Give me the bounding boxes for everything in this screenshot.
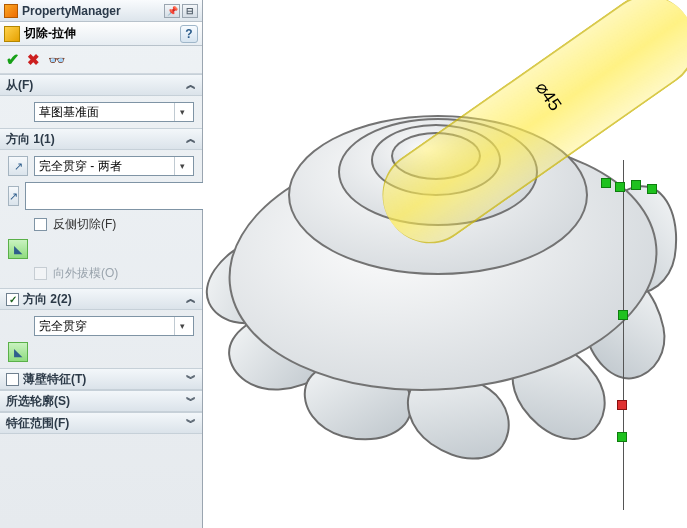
draft-outward-label: 向外拔模(O): [53, 265, 118, 282]
chevron-down-icon: ▾: [174, 157, 189, 175]
section-header-dir2[interactable]: ✓ 方向 2(2) ︽: [0, 288, 202, 310]
drag-handle[interactable]: [617, 432, 627, 442]
section-title-scope: 特征范围(F): [6, 415, 69, 432]
start-condition-value: 草图基准面: [39, 104, 99, 121]
action-row: ✔ ✖ 👓: [0, 46, 202, 74]
section-body-dir2: 完全贯穿 ▾ ◣: [0, 310, 202, 368]
thin-enable-checkbox[interactable]: ✓: [6, 373, 19, 386]
split-button[interactable]: ⊟: [182, 4, 198, 18]
drag-handle[interactable]: [618, 310, 628, 320]
panel-title: PropertyManager: [22, 4, 121, 18]
reverse-direction-button[interactable]: ↗: [8, 156, 28, 176]
draft-outward-row: 向外拔模(O): [8, 265, 194, 282]
cancel-button[interactable]: ✖: [27, 51, 40, 69]
help-button[interactable]: ?: [180, 25, 198, 43]
property-manager-panel: PropertyManager 📌 ⊟ 切除-拉伸 ? ✔ ✖ 👓 从(F) ︽: [0, 0, 203, 528]
chevron-down-icon: ▾: [174, 103, 189, 121]
section-title-from: 从(F): [6, 77, 33, 94]
section-title-dir2: 方向 2(2): [23, 291, 72, 308]
dir1-depth-input[interactable]: [25, 182, 204, 210]
dir2-draft-button[interactable]: ◣: [8, 342, 28, 362]
section-title-contours: 所选轮廓(S): [6, 393, 70, 410]
chevron-up-icon: ︽: [186, 132, 196, 146]
section-body-dir1: ↗ 完全贯穿 - 两者 ▾ ↗ 反侧切除(F) ◣ 向外拔模(O): [0, 150, 202, 288]
section-header-thin[interactable]: ✓ 薄壁特征(T) ︾: [0, 368, 202, 390]
section-title-thin: 薄壁特征(T): [23, 371, 86, 388]
section-header-from[interactable]: 从(F) ︽: [0, 74, 202, 96]
chevron-down-icon: ▾: [174, 317, 189, 335]
flip-side-label: 反侧切除(F): [53, 216, 116, 233]
feature-name: 切除-拉伸: [24, 25, 180, 42]
dir2-end-condition-dropdown[interactable]: 完全贯穿 ▾: [34, 316, 194, 336]
drag-handle[interactable]: [647, 184, 657, 194]
feature-header: 切除-拉伸 ?: [0, 22, 202, 46]
chevron-down-icon: ︾: [186, 372, 196, 386]
drag-handle[interactable]: [601, 178, 611, 188]
flip-side-checkbox[interactable]: [34, 218, 47, 231]
pin-button[interactable]: 📌: [164, 4, 180, 18]
ok-button[interactable]: ✔: [6, 50, 19, 69]
flip-side-checkbox-row[interactable]: 反侧切除(F): [8, 216, 194, 233]
chevron-down-icon: ︾: [186, 416, 196, 430]
panel-icon: [4, 4, 18, 18]
section-header-scope[interactable]: 特征范围(F) ︾: [0, 412, 202, 434]
chevron-down-icon: ︾: [186, 394, 196, 408]
section-header-dir1[interactable]: 方向 1(1) ︽: [0, 128, 202, 150]
dir2-end-condition-value: 完全贯穿: [39, 318, 87, 335]
cut-extrude-icon: [4, 26, 20, 42]
section-body-from: 草图基准面 ▾: [0, 96, 202, 128]
dir1-end-condition-value: 完全贯穿 - 两者: [39, 158, 122, 175]
draft-button[interactable]: ◣: [8, 239, 28, 259]
model-preview: [213, 60, 673, 470]
graphics-viewport[interactable]: ⌀45 145: [203, 0, 687, 528]
dir2-enable-checkbox[interactable]: ✓: [6, 293, 19, 306]
drag-handle[interactable]: [615, 182, 625, 192]
origin-handle[interactable]: [617, 400, 627, 410]
panel-titlebar: PropertyManager 📌 ⊟: [0, 0, 202, 22]
draft-outward-checkbox: [34, 267, 47, 280]
start-condition-dropdown[interactable]: 草图基准面 ▾: [34, 102, 194, 122]
centerline: [623, 160, 624, 510]
direction-vector-icon[interactable]: ↗: [8, 186, 19, 206]
drag-handle[interactable]: [631, 180, 641, 190]
preview-button[interactable]: 👓: [48, 52, 65, 68]
chevron-up-icon: ︽: [186, 78, 196, 92]
section-title-dir1: 方向 1(1): [6, 131, 55, 148]
section-header-contours[interactable]: 所选轮廓(S) ︾: [0, 390, 202, 412]
chevron-up-icon: ︽: [186, 292, 196, 306]
dir1-end-condition-dropdown[interactable]: 完全贯穿 - 两者 ▾: [34, 156, 194, 176]
